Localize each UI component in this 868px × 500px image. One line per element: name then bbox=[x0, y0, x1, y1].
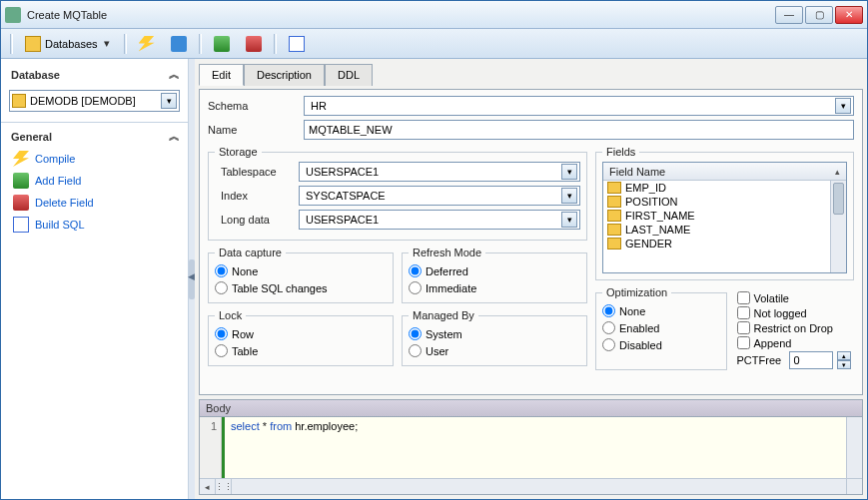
add-field-icon bbox=[13, 173, 29, 189]
sort-up-icon: ▴ bbox=[835, 167, 840, 177]
tab-description[interactable]: Description bbox=[244, 64, 325, 86]
horizontal-scrollbar[interactable]: ◂ ⋮⋮ bbox=[200, 478, 862, 494]
chevron-down-icon: ▾ bbox=[561, 188, 577, 204]
collapse-icon: ︽ bbox=[169, 67, 178, 82]
refresh-immediate[interactable]: Immediate bbox=[409, 279, 580, 296]
lock-group: Lock Row Table bbox=[208, 309, 394, 366]
managed-user[interactable]: User bbox=[409, 342, 580, 359]
sidebar-item-add-field[interactable]: Add Field bbox=[1, 170, 188, 192]
chevron-down-icon: ▾ bbox=[835, 98, 851, 114]
flags-group: Volatile Not logged Restrict on Drop App… bbox=[737, 286, 855, 370]
pctfree-spinner[interactable]: 0 ▴▾ bbox=[789, 351, 851, 369]
minimize-button[interactable]: — bbox=[775, 6, 803, 24]
titlebar: Create MQTable — ▢ ✕ bbox=[1, 1, 867, 29]
close-button[interactable]: ✕ bbox=[835, 6, 863, 24]
field-row[interactable]: LAST_NAME bbox=[603, 223, 846, 237]
database-select[interactable]: DEMODB [DEMODB] ▾ bbox=[9, 90, 180, 112]
tablespace-label: Tablespace bbox=[215, 166, 291, 178]
window-title: Create MQTable bbox=[27, 9, 775, 21]
sql-code[interactable]: select * from hr.employee; bbox=[222, 417, 846, 478]
storage-group: Storage Tablespace USERSPACE1▾ Index SYS… bbox=[208, 146, 587, 241]
sidebar-item-compile[interactable]: Compile bbox=[1, 148, 188, 170]
index-label: Index bbox=[215, 190, 291, 202]
field-icon bbox=[607, 224, 621, 236]
flag-volatile[interactable]: Volatile bbox=[737, 290, 855, 305]
lightning-icon bbox=[139, 36, 155, 52]
field-icon bbox=[607, 196, 621, 208]
lock-table[interactable]: Table bbox=[215, 342, 387, 359]
maximize-button[interactable]: ▢ bbox=[805, 6, 833, 24]
schema-combo[interactable]: HR ▾ bbox=[304, 96, 854, 116]
refresh-deferred[interactable]: Deferred bbox=[409, 262, 580, 279]
flag-not-logged[interactable]: Not logged bbox=[737, 305, 855, 320]
field-row[interactable]: POSITION bbox=[603, 195, 846, 209]
opt-none[interactable]: None bbox=[602, 302, 720, 319]
add-field-button[interactable] bbox=[207, 33, 237, 55]
chevron-down-icon: ▾ bbox=[561, 164, 577, 180]
optimization-group: Optimization None Enabled Disabled bbox=[595, 286, 727, 370]
field-row[interactable]: GENDER bbox=[603, 237, 846, 250]
sidebar: Database ︽ DEMODB [DEMODB] ▾ General ︽ C… bbox=[1, 59, 189, 499]
chart-icon bbox=[289, 36, 305, 52]
opt-disabled[interactable]: Disabled bbox=[602, 336, 720, 353]
edit-panel: Schema HR ▾ Name MQTABLE_NEW Storage Tab… bbox=[199, 89, 863, 395]
chevron-down-icon: ▾ bbox=[102, 37, 112, 50]
field-row[interactable]: EMP_ID bbox=[603, 181, 846, 195]
chevron-down-icon: ▾ bbox=[561, 212, 577, 228]
spin-up-icon[interactable]: ▴ bbox=[837, 351, 851, 360]
main-panel: Edit Description DDL Schema HR ▾ Name MQ… bbox=[195, 59, 867, 499]
flag-restrict-drop[interactable]: Restrict on Drop bbox=[737, 320, 855, 335]
managed-system[interactable]: System bbox=[409, 325, 580, 342]
collapse-icon: ︽ bbox=[169, 129, 178, 144]
tablespace-combo[interactable]: USERSPACE1▾ bbox=[299, 162, 580, 182]
lightning-icon bbox=[13, 151, 29, 167]
flag-append[interactable]: Append bbox=[737, 335, 855, 350]
spin-down-icon[interactable]: ▾ bbox=[837, 360, 851, 369]
vertical-scrollbar[interactable] bbox=[846, 417, 862, 478]
tab-strip: Edit Description DDL bbox=[199, 63, 863, 85]
name-input[interactable]: MQTABLE_NEW bbox=[304, 120, 854, 140]
sidebar-general-header[interactable]: General ︽ bbox=[1, 125, 188, 148]
database-icon bbox=[25, 36, 41, 52]
app-window: Create MQTable — ▢ ✕ Databases ▾ Databas… bbox=[0, 0, 868, 500]
scroll-grip-icon[interactable]: ⋮⋮ bbox=[216, 479, 232, 494]
index-combo[interactable]: SYSCATSPACE▾ bbox=[299, 186, 580, 206]
add-field-icon bbox=[214, 36, 230, 52]
delete-field-icon bbox=[246, 36, 262, 52]
managed-by-group: Managed By System User bbox=[402, 309, 587, 366]
opt-enabled[interactable]: Enabled bbox=[602, 319, 720, 336]
refresh-button[interactable] bbox=[164, 33, 194, 55]
chevron-down-icon: ▾ bbox=[161, 93, 177, 109]
name-label: Name bbox=[208, 124, 296, 136]
schema-label: Schema bbox=[208, 100, 296, 112]
longdata-combo[interactable]: USERSPACE1▾ bbox=[299, 210, 580, 230]
field-row[interactable]: FIRST_NAME bbox=[603, 209, 846, 223]
tab-edit[interactable]: Edit bbox=[199, 64, 244, 86]
chart-icon bbox=[13, 217, 29, 233]
build-sql-button[interactable] bbox=[282, 33, 312, 55]
field-icon bbox=[607, 182, 621, 194]
tab-ddl[interactable]: DDL bbox=[325, 64, 373, 86]
data-capture-group: Data capture None Table SQL changes bbox=[208, 247, 394, 303]
data-capture-none[interactable]: None bbox=[215, 262, 387, 279]
sidebar-item-build-sql[interactable]: Build SQL bbox=[1, 214, 188, 236]
lock-row[interactable]: Row bbox=[215, 325, 387, 342]
sidebar-database-header[interactable]: Database ︽ bbox=[1, 63, 188, 86]
field-icon bbox=[607, 238, 621, 250]
refresh-icon bbox=[171, 36, 187, 52]
databases-dropdown[interactable]: Databases ▾ bbox=[18, 33, 119, 55]
databases-label: Databases bbox=[45, 38, 98, 50]
body-editor: Body 1 select * from hr.employee; ◂ ⋮⋮ bbox=[199, 399, 863, 495]
delete-field-button[interactable] bbox=[239, 33, 269, 55]
database-selected: DEMODB [DEMODB] bbox=[30, 95, 161, 107]
fields-header[interactable]: Field Name▴ bbox=[603, 163, 846, 181]
refresh-mode-group: Refresh Mode Deferred Immediate bbox=[402, 247, 587, 303]
compile-button[interactable] bbox=[132, 33, 162, 55]
scrollbar[interactable] bbox=[830, 181, 846, 272]
sidebar-item-delete-field[interactable]: Delete Field bbox=[1, 192, 188, 214]
data-capture-tablesql[interactable]: Table SQL changes bbox=[215, 279, 387, 296]
database-icon bbox=[12, 94, 26, 108]
delete-field-icon bbox=[13, 195, 29, 211]
fields-list[interactable]: Field Name▴ EMP_ID POSITION FIRST_NAME L… bbox=[602, 162, 847, 273]
field-icon bbox=[607, 210, 621, 222]
